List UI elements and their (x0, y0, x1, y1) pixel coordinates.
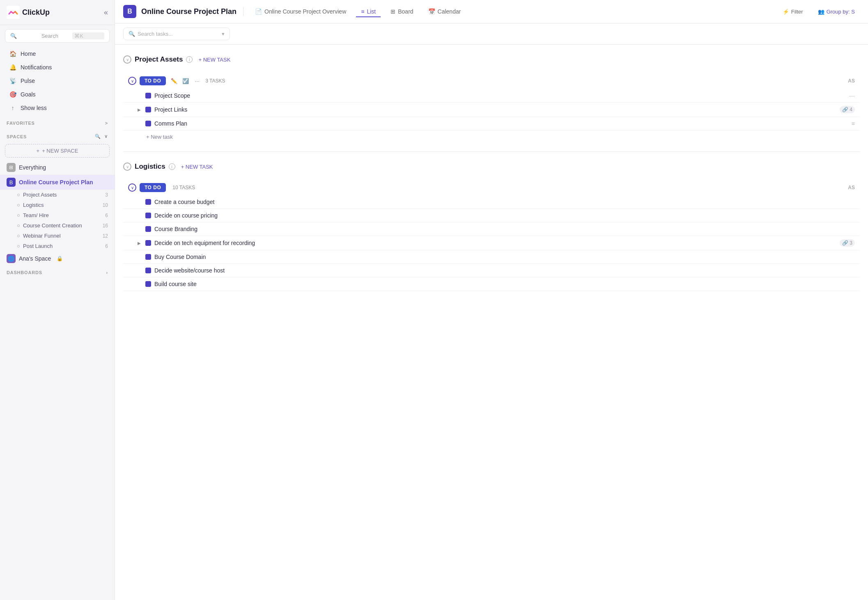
list-item-label: Webinar Funnel (23, 233, 61, 239)
task-checkbox[interactable] (145, 281, 151, 287)
task-name: Buy Course Domain (154, 254, 855, 260)
more-tool-icon[interactable]: ··· (192, 76, 202, 86)
favorites-label: FAVORITES (7, 121, 35, 126)
group-title-logistics: Logistics (135, 163, 165, 171)
new-space-button[interactable]: + + NEW SPACE (5, 144, 110, 158)
task-row[interactable]: Project Scope — (123, 89, 860, 103)
spaces-expand-icon[interactable]: ∨ (104, 134, 108, 139)
task-expand-icon (136, 281, 142, 287)
sidebar-search[interactable]: 🔍 Search ⌘K (5, 29, 110, 43)
sidebar-list-item-team-hire[interactable]: Team/ Hire 6 (0, 210, 115, 220)
task-row[interactable]: Comms Plan ≡ (123, 117, 860, 131)
search-shortcut: ⌘K (72, 32, 104, 39)
as-label-todo-2: AS (848, 185, 855, 190)
new-task-button-project-assets[interactable]: + NEW TASK (196, 56, 233, 64)
list-item-label: Team/ Hire (23, 212, 49, 218)
sidebar-list-item-webinar-funnel[interactable]: Webinar Funnel 12 (0, 231, 115, 241)
group-info-icon-project-assets[interactable]: i (186, 56, 193, 63)
task-list-todo-2: Create a course budget Decide on course … (123, 195, 860, 294)
sidebar-item-home[interactable]: 🏠 Home (2, 47, 112, 60)
task-row[interactable]: Decide website/course host (123, 264, 860, 277)
tab-overview-label: Online Course Project Overview (264, 8, 346, 15)
logo-area: ClickUp (7, 6, 50, 19)
task-expand-icon[interactable]: ▶ (136, 240, 142, 246)
sidebar-list-item-logistics[interactable]: Logistics 10 (0, 200, 115, 210)
sidebar-list-item-course-content[interactable]: Course Content Creation 16 (0, 220, 115, 231)
dashboards-section[interactable]: DASHBOARDS › (0, 266, 115, 279)
task-expand-icon (136, 268, 142, 273)
task-expand-icon (136, 121, 142, 126)
sidebar-item-show-less[interactable]: ↑ Show less (2, 101, 112, 115)
sidebar-item-home-label: Home (21, 50, 36, 57)
as-label-todo-1: AS (848, 78, 855, 84)
task-row[interactable]: Buy Course Domain (123, 250, 860, 264)
task-checkbox[interactable] (145, 240, 151, 246)
task-checkbox[interactable] (145, 213, 151, 218)
task-row[interactable]: Create a course budget (123, 195, 860, 209)
sidebar-collapse-button[interactable]: « (104, 8, 108, 17)
new-task-button-logistics[interactable]: + NEW TASK (179, 163, 216, 171)
task-search-bar[interactable]: 🔍 Search tasks... ▾ (123, 27, 230, 40)
spaces-search-icon[interactable]: 🔍 (95, 134, 101, 139)
edit-tool-icon[interactable]: ✏️ (169, 76, 179, 86)
task-checkbox[interactable] (145, 199, 151, 205)
list-items: Project Assets 3 Logistics 10 Team/ Hire… (0, 190, 115, 251)
task-checkbox[interactable] (145, 93, 151, 98)
list-item-count: 10 (103, 202, 108, 208)
status-toggle-todo-2[interactable]: ∨ (128, 183, 136, 192)
sidebar-item-anas-space[interactable]: 🌐 Ana's Space 🔒 (0, 251, 115, 266)
task-name: Comms Plan (154, 120, 848, 127)
group-info-icon-logistics[interactable]: i (169, 163, 175, 170)
task-checkbox[interactable] (145, 226, 151, 232)
status-toggle-todo-1[interactable]: ∨ (128, 77, 136, 85)
sidebar-item-notifications-label: Notifications (21, 64, 52, 71)
filter-icon: ⚡ (783, 9, 789, 15)
sidebar-item-everything[interactable]: ⊞ Everything (0, 160, 115, 175)
sidebar-item-notifications[interactable]: 🔔 Notifications (2, 61, 112, 74)
sidebar-item-online-course[interactable]: B Online Course Project Plan (0, 175, 115, 190)
group-toggle-logistics[interactable]: ∨ (123, 163, 131, 171)
search-dropdown-icon[interactable]: ▾ (222, 31, 225, 37)
top-bar: B Online Course Project Plan 📄 Online Co… (115, 0, 868, 23)
task-checkbox[interactable] (145, 268, 151, 273)
overview-icon: 📄 (255, 8, 262, 15)
group-icon: 👥 (818, 9, 824, 15)
tab-calendar[interactable]: 📅 Calendar (423, 6, 466, 17)
filter-label: Filter (791, 9, 803, 15)
dot-icon (17, 214, 20, 217)
dot-icon (17, 245, 20, 247)
filter-button[interactable]: ⚡ Filter (778, 6, 808, 17)
tab-overview[interactable]: 📄 Online Course Project Overview (250, 6, 351, 17)
tab-list[interactable]: ≡ List (356, 6, 381, 17)
sidebar-item-goals[interactable]: 🎯 Goals (2, 88, 112, 101)
tab-board[interactable]: ⊞ Board (386, 6, 418, 17)
sidebar-item-pulse[interactable]: 📡 Pulse (2, 74, 112, 87)
add-task-button-todo-1[interactable]: + New task (123, 131, 860, 143)
new-space-label: + NEW SPACE (42, 148, 78, 154)
task-checkbox[interactable] (145, 107, 151, 112)
task-row[interactable]: Course Branding (123, 222, 860, 236)
group-by-button[interactable]: 👥 Group by: S (813, 6, 860, 17)
task-expand-icon (136, 213, 142, 218)
list-item-label: Post Launch (23, 243, 53, 249)
favorites-expand-icon[interactable]: > (105, 121, 108, 126)
task-checkbox[interactable] (145, 121, 151, 126)
sidebar-list-item-project-assets[interactable]: Project Assets 3 (0, 190, 115, 200)
task-row[interactable]: Decide on course pricing (123, 209, 860, 222)
task-row[interactable]: Build course site (123, 277, 860, 291)
status-badge-todo-2: TO DO (140, 183, 166, 192)
checkbox-tool-icon[interactable]: ☑️ (181, 76, 191, 86)
task-checkbox[interactable] (145, 254, 151, 260)
subtask-icon: 🔗 (842, 107, 848, 112)
clickup-logo-icon (7, 6, 20, 19)
spaces-section-header: SPACES 🔍 ∨ (0, 128, 115, 142)
sidebar-list-item-post-launch[interactable]: Post Launch 6 (0, 241, 115, 251)
group-toggle-project-assets[interactable]: ∨ (123, 55, 131, 64)
task-expand-icon[interactable]: ▶ (136, 107, 142, 112)
task-row[interactable]: ▶ Decide on tech equipment for recording… (123, 236, 860, 250)
status-group-todo-1: ∨ TO DO ✏️ ☑️ ··· 3 TASKS AS (123, 73, 860, 147)
group-header-project-assets: ∨ Project Assets i + NEW TASK (123, 51, 860, 68)
list-item-label: Logistics (23, 202, 44, 208)
task-row[interactable]: ▶ Project Links 🔗 4 (123, 103, 860, 117)
home-icon: 🏠 (9, 50, 16, 57)
